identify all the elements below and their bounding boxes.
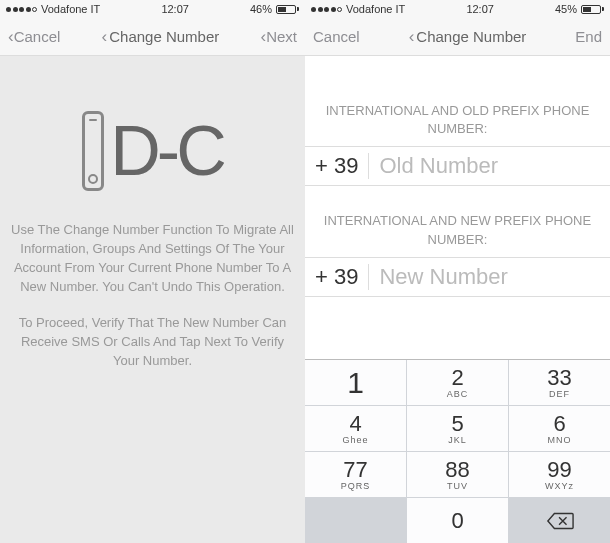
backspace-icon [546, 511, 574, 531]
old-prefix-input[interactable]: + 39 [315, 153, 369, 179]
new-number-input[interactable]: New Number [369, 264, 600, 290]
carrier-label: Vodafone IT [41, 3, 100, 15]
status-bar: Vodafone IT 12:07 46% [0, 0, 305, 18]
cancel-button[interactable]: ‹Cancel [8, 27, 60, 47]
nav-title: ‹Change Number [102, 27, 220, 47]
key-1[interactable]: 1 [305, 360, 406, 405]
battery-pct: 46% [250, 3, 272, 15]
new-prefix-input[interactable]: + 39 [315, 264, 369, 290]
battery-icon [581, 5, 604, 14]
new-number-label: INTERNATIONAL AND NEW PREFIX PHONE NUMBE… [305, 212, 610, 256]
end-button[interactable]: End [575, 28, 602, 45]
old-number-field[interactable]: + 39 Old Number [305, 146, 610, 186]
cancel-button[interactable]: Cancel [313, 28, 360, 45]
key-5[interactable]: 5 JKL [407, 406, 508, 451]
signal-icon [6, 7, 37, 12]
phone-migration-graphic: D-C [82, 111, 222, 191]
old-number-input[interactable]: Old Number [369, 153, 600, 179]
chevron-left-icon: ‹ [102, 27, 108, 47]
key-8[interactable]: 88 TUV [407, 452, 508, 497]
status-time: 12:07 [466, 3, 494, 15]
key-backspace[interactable] [509, 498, 610, 543]
key-7[interactable]: 77 PQRS [305, 452, 406, 497]
status-time: 12:07 [161, 3, 189, 15]
old-number-label: INTERNATIONAL AND OLD PREFIX PHONE NUMBE… [305, 102, 610, 146]
key-6[interactable]: 6 MNO [509, 406, 610, 451]
signal-icon [311, 7, 342, 12]
numeric-keypad: 1 2 ABC 33 DEF 4 Ghee 5 JKL 6 MNO [305, 359, 610, 543]
new-number-field[interactable]: + 39 New Number [305, 257, 610, 297]
key-blank [305, 498, 406, 543]
nav-bar: ‹Cancel ‹Change Number ‹Next [0, 18, 305, 56]
screen-change-number-form: Vodafone IT 12:07 45% Cancel ‹Change Num… [305, 0, 610, 543]
graphic-text: D-C [110, 111, 222, 191]
nav-title: ‹Change Number [409, 27, 527, 47]
carrier-label: Vodafone IT [346, 3, 405, 15]
key-2[interactable]: 2 ABC [407, 360, 508, 405]
key-3[interactable]: 33 DEF [509, 360, 610, 405]
key-9[interactable]: 99 WXYz [509, 452, 610, 497]
next-button[interactable]: ‹Next [260, 27, 297, 47]
info-paragraph-1: Use The Change Number Function To Migrat… [0, 221, 305, 296]
phone-icon [82, 111, 104, 191]
battery-icon [276, 5, 299, 14]
key-4[interactable]: 4 Ghee [305, 406, 406, 451]
battery-pct: 45% [555, 3, 577, 15]
status-bar: Vodafone IT 12:07 45% [305, 0, 610, 18]
info-paragraph-2: To Proceed, Verify That The New Number C… [0, 314, 305, 371]
nav-bar: Cancel ‹Change Number End [305, 18, 610, 56]
screen-change-number-intro: Vodafone IT 12:07 46% ‹Cancel ‹Change Nu… [0, 0, 305, 543]
key-0[interactable]: 0 [407, 498, 508, 543]
chevron-left-icon: ‹ [409, 27, 415, 47]
